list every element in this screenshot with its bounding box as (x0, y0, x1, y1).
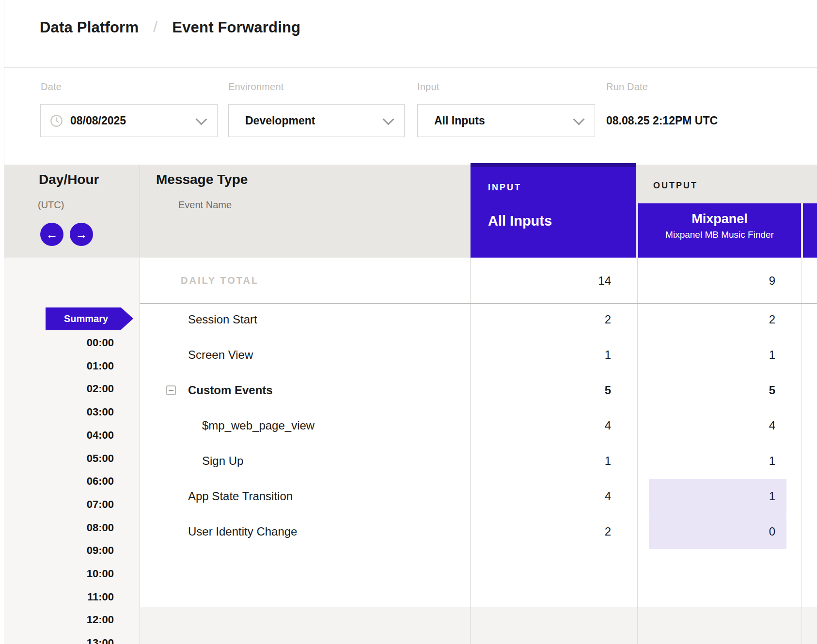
message-type-column-subtitle: Event Name (178, 199, 232, 211)
chevron-down-icon (382, 113, 394, 125)
input-count-cell: 2 (470, 302, 636, 337)
run-date-value: 08.08.25 2:12PM UTC (606, 104, 718, 137)
chevron-down-icon (195, 113, 207, 125)
hour-row-0000[interactable]: 00:00 (46, 337, 114, 349)
output-count-cell: 1 (636, 337, 801, 372)
event-name-label: User Identity Change (188, 514, 297, 549)
output-name: Mixpanel (638, 212, 801, 227)
mismatch-highlight (649, 479, 786, 514)
hour-row-0300[interactable]: 03:00 (46, 406, 114, 418)
chevron-down-icon (573, 113, 584, 125)
run-date-label: Run Date (606, 81, 648, 92)
daily-total-input-value: 14 (470, 258, 636, 304)
daily-total-label: DAILY TOTAL (181, 258, 259, 304)
event-forwarding-page: { "breadcrumb": { "parent": "Data Platfo… (0, 0, 817, 644)
table-row: Screen View11 (140, 337, 817, 372)
output-count-cell: 5 (636, 373, 801, 408)
message-type-column-title: Message Type (156, 172, 248, 187)
next-day-button[interactable]: → (70, 223, 93, 246)
input-count-cell: 2 (470, 514, 636, 549)
input-count-cell: 4 (470, 408, 636, 443)
hour-row-0100[interactable]: 01:00 (46, 360, 114, 372)
breadcrumb: Data Platform / Event Forwarding (40, 18, 300, 36)
hour-row-0800[interactable]: 08:00 (46, 521, 114, 534)
input-count-cell: 1 (470, 337, 636, 372)
mismatch-highlight (649, 514, 786, 549)
input-section-label: INPUT (488, 183, 521, 193)
output-count-cell: 2 (636, 302, 801, 337)
hour-row-0200[interactable]: 02:00 (46, 383, 114, 395)
table-row: Session Start22 (140, 302, 817, 337)
header-divider (4, 67, 817, 68)
hour-row-1200[interactable]: 12:00 (46, 613, 114, 626)
output-column-header-mixpanel: Mixpanel Mixpanel MB Music Finder (638, 203, 801, 258)
arrow-left-icon: ← (46, 229, 58, 241)
event-name-label: Sign Up (202, 444, 243, 478)
daily-total-output-value: 9 (636, 258, 801, 304)
table-row: Custom Events55 (140, 373, 817, 408)
hour-row-0600[interactable]: 06:00 (46, 475, 114, 488)
output-column-header-partial (803, 203, 817, 258)
clock-icon (50, 114, 63, 127)
date-filter-label: Date (41, 81, 62, 92)
output-count-cell: 4 (636, 408, 801, 443)
event-name-label: Session Start (188, 302, 257, 337)
summary-label: Summary (64, 313, 108, 324)
daily-total-row: DAILY TOTAL 14 9 (140, 258, 817, 304)
arrow-right-icon: → (76, 229, 88, 241)
environment-dropdown[interactable]: Development (228, 104, 405, 137)
breadcrumb-parent[interactable]: Data Platform (40, 19, 139, 36)
hour-row-0500[interactable]: 05:00 (46, 452, 114, 465)
hour-row-0900[interactable]: 09:00 (46, 544, 114, 557)
input-value: All Inputs (434, 114, 485, 127)
day-hour-column-title: Day/Hour (39, 172, 99, 187)
input-header-top-strip (471, 163, 636, 167)
event-name-label: App State Transition (188, 479, 293, 514)
environment-value: Development (245, 114, 315, 127)
table-row: $mp_web_page_view44 (140, 408, 817, 443)
hour-row-1100[interactable]: 11:00 (46, 591, 114, 603)
event-name-label: Screen View (188, 337, 253, 372)
event-name-label: Custom Events (188, 373, 273, 408)
environment-filter-label: Environment (228, 81, 283, 92)
output-count-cell: 1 (636, 479, 801, 514)
day-hour-column-subtitle: (UTC) (38, 199, 64, 211)
table-footer-band (140, 607, 817, 644)
collapse-minus-icon[interactable] (166, 385, 176, 395)
input-count-cell: 1 (470, 444, 636, 478)
table-row: App State Transition41 (140, 479, 817, 514)
date-dropdown[interactable]: 08/08/2025 (40, 104, 218, 137)
table-row: User Identity Change20 (140, 514, 817, 549)
breadcrumb-separator: / (153, 18, 157, 36)
input-count-cell: 4 (470, 479, 636, 514)
output-count-cell: 0 (636, 514, 801, 549)
page-title: Event Forwarding (172, 19, 300, 36)
table-row: Sign Up11 (140, 444, 817, 478)
input-count-cell: 5 (470, 373, 636, 408)
output-count-cell: 1 (636, 444, 801, 478)
input-dropdown[interactable]: All Inputs (417, 104, 595, 137)
input-column-header: INPUT All Inputs (471, 163, 636, 258)
event-name-label: $mp_web_page_view (202, 408, 314, 443)
previous-day-button[interactable]: ← (40, 223, 63, 246)
hour-row-0700[interactable]: 07:00 (46, 498, 114, 511)
hour-row-0400[interactable]: 04:00 (46, 429, 114, 442)
input-filter-label: Input (417, 81, 439, 92)
summary-row-flag[interactable]: Summary (46, 307, 133, 330)
output-subname: Mixpanel MB Music Finder (638, 230, 801, 240)
date-value: 08/08/2025 (70, 114, 126, 127)
hour-row-1000[interactable]: 10:00 (46, 567, 114, 580)
hour-row-1300[interactable]: 13:00 (46, 637, 114, 644)
input-column-name: All Inputs (488, 213, 552, 229)
output-section-label: OUTPUT (653, 181, 698, 191)
